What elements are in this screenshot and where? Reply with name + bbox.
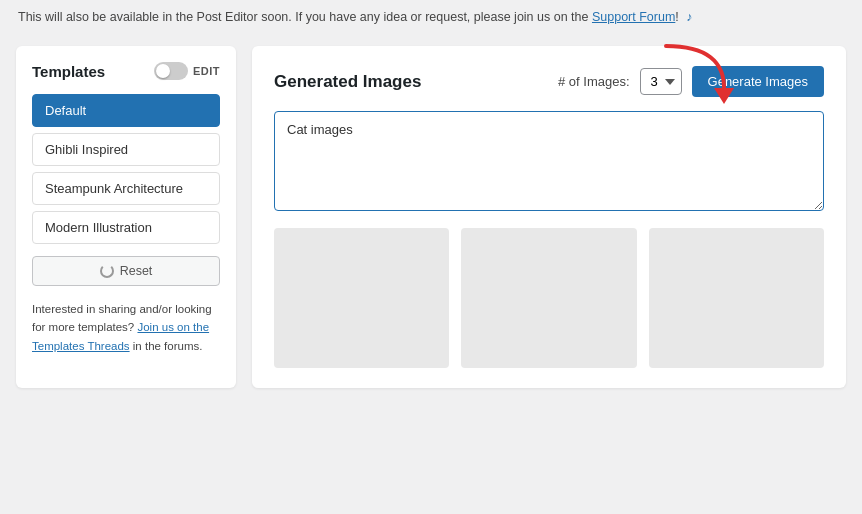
template-list: Default Ghibli Inspired Steampunk Archit… [32,94,220,244]
image-grid [274,228,824,368]
template-item-steampunk[interactable]: Steampunk Architecture [32,172,220,205]
sidebar-footer: Interested in sharing and/or looking for… [32,300,220,355]
num-images-label: # of Images: [558,74,630,89]
header-controls: # of Images: 1 2 3 4 5 Generate Images [558,66,824,97]
sidebar-header: Templates EDIT [32,62,220,80]
join-link[interactable]: Join us on the [137,321,209,333]
templates-threads-link[interactable]: Templates Threads [32,340,130,352]
template-item-ghibli[interactable]: Ghibli Inspired [32,133,220,166]
main-area: Templates EDIT Default Ghibli Inspired S… [0,34,862,404]
footer-text-forums: in the forums. [133,340,203,352]
edit-toggle[interactable]: EDIT [154,62,220,80]
prompt-textarea[interactable]: Cat images [274,111,824,211]
toggle-thumb [156,64,170,78]
reset-button[interactable]: Reset [32,256,220,286]
content-title: Generated Images [274,72,421,92]
generate-images-button[interactable]: Generate Images [692,66,824,97]
num-images-select[interactable]: 1 2 3 4 5 [640,68,682,95]
toggle-label: EDIT [193,65,220,77]
main-content: Generated Images # of Images: 1 2 3 4 5 … [252,46,846,388]
top-bar-message: This will also be available in the Post … [18,10,588,24]
image-placeholder-3 [649,228,824,368]
top-bar: This will also be available in the Post … [0,0,862,34]
music-icon: ♪ [686,10,692,24]
reset-icon [100,264,114,278]
toggle-track[interactable] [154,62,188,80]
image-placeholder-2 [461,228,636,368]
content-header: Generated Images # of Images: 1 2 3 4 5 … [274,66,824,97]
template-item-modern[interactable]: Modern Illustration [32,211,220,244]
support-forum-link[interactable]: Support Forum [592,10,675,24]
sidebar-title: Templates [32,63,105,80]
sidebar: Templates EDIT Default Ghibli Inspired S… [16,46,236,388]
image-placeholder-1 [274,228,449,368]
template-item-default[interactable]: Default [32,94,220,127]
